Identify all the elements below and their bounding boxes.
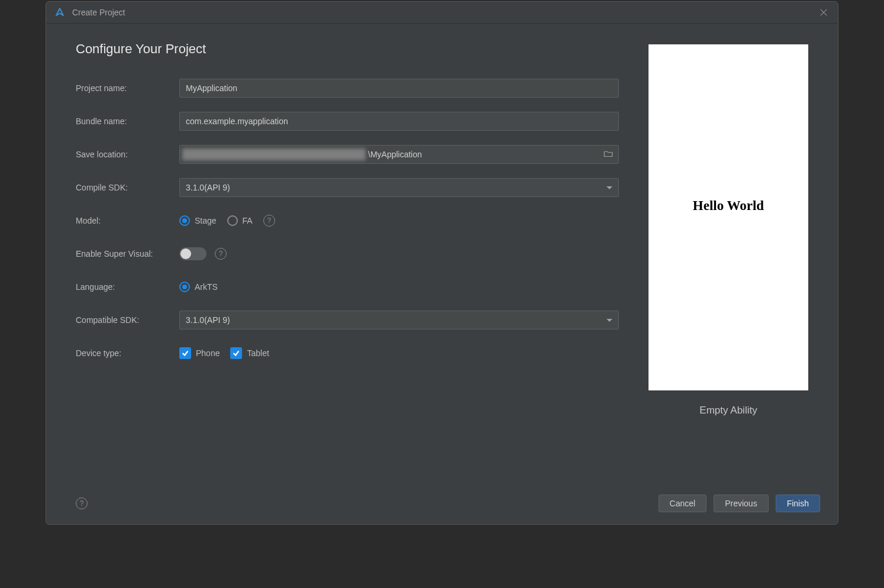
close-icon[interactable] — [818, 7, 830, 18]
model-radio-fa[interactable]: FA — [227, 215, 253, 226]
help-icon[interactable]: ? — [263, 215, 275, 227]
language-label: Language: — [76, 282, 179, 292]
device-phone-label: Phone — [196, 348, 220, 358]
compile-sdk-select[interactable]: 3.1.0(API 9) — [179, 178, 619, 197]
device-type-label: Device type: — [76, 348, 179, 358]
compatible-sdk-label: Compatible SDK: — [76, 315, 179, 325]
model-label: Model: — [76, 216, 179, 225]
compatible-sdk-value: 3.1.0(API 9) — [186, 315, 230, 325]
dialog-footer: ? Cancel Previous Finish — [46, 487, 838, 524]
app-logo-icon — [54, 7, 65, 18]
dialog-title: Create Project — [72, 8, 125, 17]
device-tablet-label: Tablet — [247, 348, 269, 358]
redacted-path — [182, 148, 366, 160]
radio-icon — [227, 215, 238, 226]
radio-icon — [179, 282, 190, 292]
preview-hello-world: Hello World — [693, 198, 764, 214]
save-location-suffix: \MyApplication — [368, 150, 422, 159]
device-type-tablet[interactable]: Tablet — [230, 347, 269, 359]
checkbox-icon — [230, 347, 242, 359]
help-icon[interactable]: ? — [215, 248, 227, 260]
compile-sdk-value: 3.1.0(API 9) — [186, 183, 230, 192]
chevron-down-icon — [606, 186, 612, 189]
page-title: Configure Your Project — [76, 41, 619, 57]
bundle-name-input[interactable] — [179, 112, 619, 131]
checkbox-icon — [179, 347, 191, 359]
compile-sdk-label: Compile SDK: — [76, 183, 179, 192]
super-visual-label: Enable Super Visual: — [76, 249, 179, 259]
super-visual-toggle[interactable] — [179, 247, 207, 260]
project-name-input[interactable] — [179, 79, 619, 98]
help-icon[interactable]: ? — [76, 497, 88, 509]
bundle-name-label: Bundle name: — [76, 117, 179, 126]
project-name-label: Project name: — [76, 83, 179, 93]
preview-phone: Hello World — [649, 44, 808, 390]
cancel-button[interactable]: Cancel — [659, 495, 707, 512]
radio-icon — [179, 215, 190, 226]
model-radio-stage[interactable]: Stage — [179, 215, 217, 226]
titlebar: Create Project — [46, 2, 838, 24]
model-option-fa: FA — [243, 216, 253, 225]
save-location-input[interactable]: \MyApplication — [179, 145, 619, 164]
language-radio-arkts[interactable]: ArkTS — [179, 282, 218, 292]
create-project-dialog: Create Project Configure Your Project Pr… — [46, 1, 838, 525]
form-pane: Configure Your Project Project name: Bun… — [76, 41, 619, 482]
save-location-label: Save location: — [76, 150, 179, 159]
model-option-stage: Stage — [195, 216, 217, 225]
language-option-arkts: ArkTS — [195, 282, 218, 292]
chevron-down-icon — [606, 319, 612, 322]
preview-template-name: Empty Ability — [699, 405, 757, 416]
preview-pane: Hello World Empty Ability — [649, 41, 808, 482]
finish-button[interactable]: Finish — [776, 495, 820, 512]
compatible-sdk-select[interactable]: 3.1.0(API 9) — [179, 311, 619, 329]
previous-button[interactable]: Previous — [714, 495, 768, 512]
device-type-phone[interactable]: Phone — [179, 347, 220, 359]
folder-icon[interactable] — [603, 148, 615, 160]
